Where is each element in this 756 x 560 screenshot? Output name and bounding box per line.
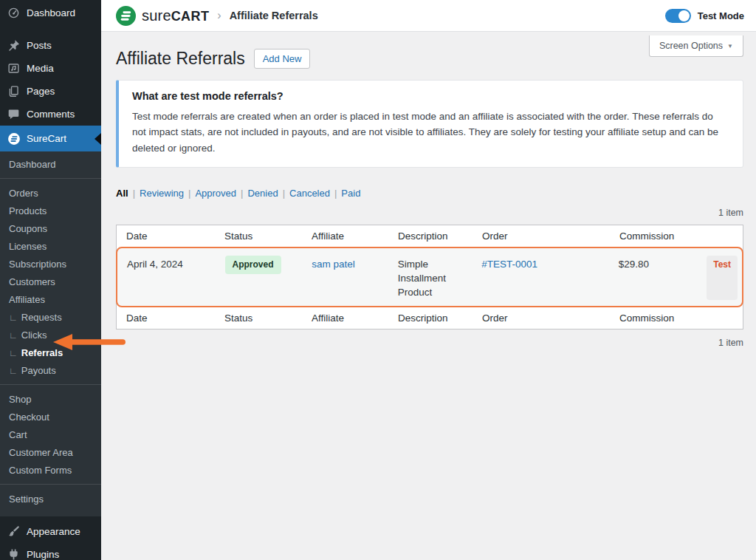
- sidebar-item-label: Plugins: [27, 549, 59, 560]
- comment-icon: [7, 108, 20, 120]
- sidebar-item-plugins[interactable]: Plugins: [0, 543, 101, 560]
- column-footer-affiliate[interactable]: Affiliate: [302, 307, 388, 329]
- add-new-button[interactable]: Add New: [254, 49, 311, 69]
- cell-description: Simple Installment Product: [388, 248, 472, 306]
- referrals-table: Date Status Affiliate Description Order …: [116, 225, 743, 329]
- brand-wordmark: sureCART: [142, 7, 209, 24]
- column-footer-status[interactable]: Status: [215, 307, 302, 329]
- column-header-status[interactable]: Status: [215, 225, 302, 247]
- sidebar-item-label: Pages: [27, 86, 55, 97]
- test-mode-label: Test Mode: [698, 10, 744, 21]
- submenu-item-coupons[interactable]: Coupons: [0, 219, 101, 237]
- cell-mode-badge: Test: [697, 248, 742, 306]
- sidebar-item-media[interactable]: Media: [0, 57, 101, 80]
- table-footer-row: Date Status Affiliate Description Order …: [117, 307, 743, 329]
- column-header-order[interactable]: Order: [472, 225, 610, 247]
- page-title: Affiliate Referrals: [116, 49, 245, 69]
- dashboard-icon: [7, 7, 20, 19]
- submenu-divider: [0, 484, 101, 485]
- filter-paid[interactable]: Paid: [341, 188, 360, 199]
- pushpin-icon: [7, 39, 20, 52]
- submenu-item-orders[interactable]: Orders: [0, 184, 101, 202]
- sidebar-item-surecart[interactable]: SureCart: [0, 126, 101, 151]
- media-icon: [7, 62, 20, 75]
- sidebar-separator: [0, 24, 101, 34]
- submenu-item-dashboard[interactable]: Dashboard: [0, 155, 101, 173]
- order-link[interactable]: #TEST-0001: [481, 259, 537, 270]
- filter-approved[interactable]: Approved: [195, 188, 236, 199]
- subitem-prefix: ∟: [9, 313, 18, 323]
- breadcrumb-chevron: ›: [217, 9, 221, 22]
- submenu-item-checkout[interactable]: Checkout: [0, 408, 101, 426]
- cell-commission: $29.80: [609, 248, 698, 306]
- column-footer-description[interactable]: Description: [388, 307, 472, 329]
- table-header-row: Date Status Affiliate Description Order …: [117, 225, 743, 247]
- sidebar-item-appearance[interactable]: Appearance: [0, 520, 101, 543]
- test-mode-notice: What are test mode referrals? Test mode …: [116, 80, 743, 168]
- surecart-logo-icon: [116, 6, 136, 26]
- notice-body: Test mode referrals are created when an …: [132, 109, 729, 157]
- filter-all[interactable]: All: [116, 188, 128, 199]
- column-header-date[interactable]: Date: [117, 225, 215, 247]
- submenu-item-referrals[interactable]: ∟Referrals: [0, 344, 101, 361]
- paintbrush-icon: [7, 525, 20, 538]
- subitem-prefix: ∟: [9, 366, 18, 376]
- status-filters: All|Reviewing|Approved|Denied|Canceled|P…: [116, 188, 741, 199]
- submenu-item-cart[interactable]: Cart: [0, 426, 101, 443]
- submenu-item-custom-forms[interactable]: Custom Forms: [0, 461, 101, 479]
- column-footer-date[interactable]: Date: [117, 307, 215, 329]
- topbar: sureCART › Affiliate Referrals Test Mode: [101, 0, 756, 32]
- item-count-bottom: 1 item: [116, 338, 743, 348]
- filter-reviewing[interactable]: Reviewing: [140, 188, 184, 199]
- column-footer-order[interactable]: Order: [472, 307, 610, 329]
- chevron-down-icon: ▼: [727, 43, 733, 49]
- submenu-item-clicks[interactable]: ∟Clicks: [0, 326, 101, 344]
- sidebar-item-label: Comments: [27, 109, 75, 120]
- sidebar-item-posts[interactable]: Posts: [0, 34, 101, 57]
- surecart-icon: [7, 132, 20, 145]
- cell-date: April 4, 2024: [117, 248, 216, 306]
- column-header-commission[interactable]: Commission: [610, 225, 698, 247]
- test-mode-toggle[interactable]: [665, 9, 691, 23]
- sidebar-item-label: Dashboard: [27, 7, 75, 18]
- sidebar-item-label: Appearance: [27, 526, 80, 537]
- sidebar-item-label: SureCart: [27, 133, 66, 144]
- pages-icon: [7, 85, 20, 98]
- admin-sidebar: Dashboard Posts Media Pages Comments Sur…: [0, 0, 101, 560]
- item-count-top: 1 item: [116, 208, 743, 218]
- cell-status: Approved: [216, 248, 303, 306]
- screen-options-button[interactable]: Screen Options▼: [649, 35, 743, 57]
- table-row: April 4, 2024 Approved sam patel Simple …: [116, 247, 743, 307]
- affiliate-link[interactable]: sam patel: [312, 259, 355, 270]
- submenu-item-shop[interactable]: Shop: [0, 390, 101, 408]
- sidebar-item-label: Posts: [27, 40, 52, 51]
- toggle-knob: [678, 10, 690, 21]
- cell-order: #TEST-0001: [472, 248, 608, 306]
- column-footer-commission[interactable]: Commission: [610, 307, 698, 329]
- main-content: Screen Options▼ Affiliate Referrals Add …: [101, 32, 756, 560]
- filter-denied[interactable]: Denied: [247, 188, 278, 199]
- submenu-item-settings[interactable]: Settings: [0, 490, 101, 508]
- submenu-item-customer-area[interactable]: Customer Area: [0, 443, 101, 461]
- submenu-item-products[interactable]: Products: [0, 202, 101, 219]
- sidebar-item-pages[interactable]: Pages: [0, 80, 101, 103]
- filter-canceled[interactable]: Canceled: [289, 188, 330, 199]
- submenu-item-licenses[interactable]: Licenses: [0, 237, 101, 255]
- submenu-item-customers[interactable]: Customers: [0, 273, 101, 290]
- sidebar-item-label: Media: [27, 63, 54, 74]
- sidebar-item-comments[interactable]: Comments: [0, 103, 101, 126]
- column-header-description[interactable]: Description: [388, 225, 472, 247]
- subitem-prefix: ∟: [9, 348, 18, 358]
- submenu-item-payouts[interactable]: ∟Payouts: [0, 361, 101, 379]
- column-header-affiliate[interactable]: Affiliate: [302, 225, 388, 247]
- breadcrumb: Affiliate Referrals: [230, 10, 318, 21]
- test-mode-badge: Test: [707, 256, 738, 300]
- submenu-item-subscriptions[interactable]: Subscriptions: [0, 255, 101, 273]
- surecart-submenu: Dashboard Orders Products Coupons Licens…: [0, 151, 101, 516]
- notice-title: What are test mode referrals?: [132, 90, 729, 102]
- submenu-item-requests[interactable]: ∟Requests: [0, 308, 101, 326]
- submenu-divider: [0, 178, 101, 179]
- status-badge: Approved: [225, 256, 281, 274]
- submenu-item-affiliates[interactable]: Affiliates: [0, 290, 101, 308]
- sidebar-item-dashboard[interactable]: Dashboard: [0, 0, 101, 24]
